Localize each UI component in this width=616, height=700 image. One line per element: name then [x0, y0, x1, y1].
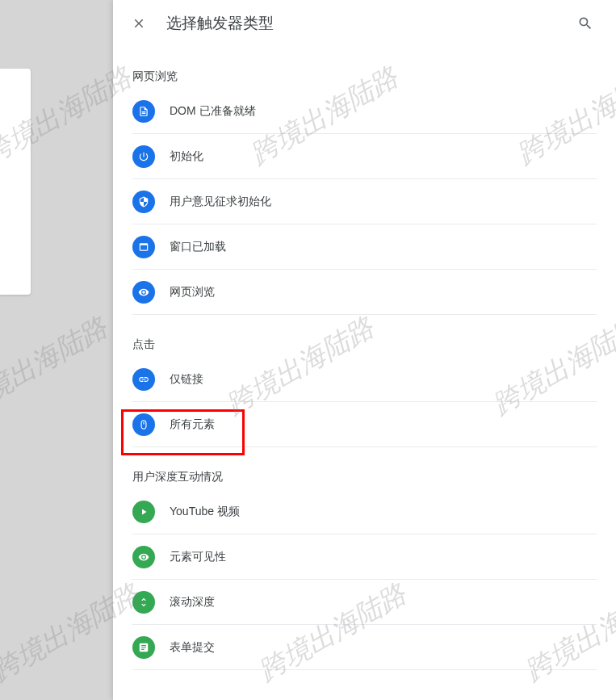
- power-icon: [132, 145, 155, 168]
- trigger-consent-init[interactable]: 用户意见征求初始化: [132, 179, 597, 224]
- trigger-init[interactable]: 初始化: [132, 134, 597, 179]
- play-icon: [132, 501, 155, 523]
- panel-body: 网页浏览 DOM 已准备就绪 初始化 用户意见征求初始化: [113, 47, 616, 700]
- trigger-pageview[interactable]: 网页浏览: [132, 270, 597, 315]
- trigger-links-only[interactable]: 仅链接: [132, 357, 597, 402]
- section-engagement: 用户深度互动情况 YouTube 视频 元素可见性 滚动深度: [132, 470, 597, 670]
- item-label: 元素可见性: [170, 550, 226, 564]
- item-label: 初始化: [170, 149, 203, 164]
- trigger-form-submit[interactable]: 表单提交: [132, 625, 597, 670]
- item-label: 用户意见征求初始化: [170, 195, 271, 209]
- section-pageview: 网页浏览 DOM 已准备就绪 初始化 用户意见征求初始化: [132, 69, 597, 315]
- trigger-type-panel: 选择触发器类型 网页浏览 DOM 已准备就绪 初始化: [113, 0, 616, 700]
- search-icon: [577, 15, 593, 31]
- form-icon: [132, 636, 155, 659]
- panel-header: 选择触发器类型: [113, 0, 616, 47]
- window-icon: [132, 236, 155, 258]
- trigger-window-loaded[interactable]: 窗口已加载: [132, 224, 597, 270]
- mouse-icon: [132, 413, 155, 436]
- item-label: 网页浏览: [170, 285, 215, 300]
- section-click: 点击 仅链接 所有元素: [132, 337, 597, 447]
- visibility-icon: [132, 546, 155, 568]
- link-icon: [132, 368, 155, 391]
- trigger-all-elements[interactable]: 所有元素: [132, 402, 597, 447]
- background-card: [0, 69, 31, 295]
- shield-icon: [132, 191, 155, 213]
- close-button[interactable]: [123, 7, 155, 40]
- page-icon: [132, 100, 155, 123]
- trigger-scroll-depth[interactable]: 滚动深度: [132, 580, 597, 625]
- search-button[interactable]: [569, 7, 601, 40]
- close-icon: [132, 16, 146, 31]
- section-title: 点击: [132, 337, 597, 352]
- item-label: 表单提交: [170, 640, 215, 655]
- item-label: 仅链接: [170, 372, 203, 387]
- panel-title: 选择触发器类型: [166, 13, 569, 34]
- trigger-youtube[interactable]: YouTube 视频: [132, 489, 597, 534]
- section-title: 用户深度互动情况: [132, 470, 597, 484]
- scroll-icon: [132, 591, 155, 614]
- eye-icon: [132, 281, 155, 304]
- section-title: 网页浏览: [132, 69, 597, 84]
- trigger-dom-ready[interactable]: DOM 已准备就绪: [132, 89, 597, 134]
- item-label: DOM 已准备就绪: [170, 104, 256, 119]
- item-label: YouTube 视频: [170, 505, 240, 519]
- item-label: 所有元素: [170, 417, 215, 432]
- item-label: 窗口已加载: [170, 240, 226, 254]
- item-label: 滚动深度: [170, 595, 215, 610]
- trigger-visibility[interactable]: 元素可见性: [132, 534, 597, 580]
